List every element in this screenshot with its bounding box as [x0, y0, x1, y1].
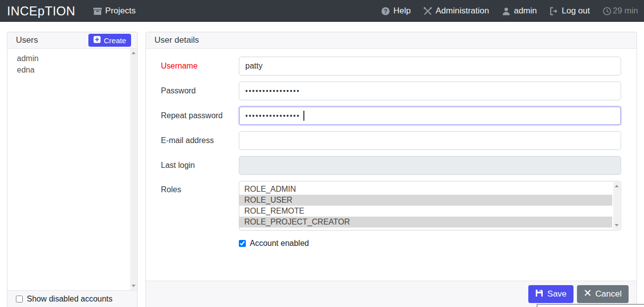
cancel-label: Cancel	[595, 289, 622, 299]
repeat-password-row: Repeat password	[161, 106, 621, 125]
email-label: E-mail address	[161, 136, 239, 145]
show-disabled-checkbox[interactable]	[16, 296, 23, 303]
username-row: Username	[161, 57, 621, 76]
navbar-right: ? Help Administration admin	[381, 6, 638, 16]
nav-administration-label: Administration	[435, 6, 489, 16]
nav-logout-label: Log out	[562, 6, 590, 16]
person-icon	[502, 7, 510, 15]
nav-projects-label: Projects	[105, 6, 136, 16]
create-user-button[interactable]: Create	[88, 34, 131, 47]
email-field[interactable]	[239, 131, 621, 150]
users-panel-title: Users	[16, 35, 38, 45]
username-label: Username	[161, 62, 239, 71]
user-details-header: User details	[146, 32, 637, 49]
users-list-scrollbar[interactable]	[130, 49, 137, 290]
scroll-up-icon[interactable]	[615, 185, 619, 187]
app-brand[interactable]: INCEpTION	[7, 4, 75, 18]
role-option[interactable]: ROLE_ADMIN	[239, 184, 612, 195]
logout-icon	[550, 7, 558, 15]
archive-icon	[93, 7, 102, 15]
details-footer: Save Cancel	[146, 281, 637, 307]
save-button[interactable]: Save	[528, 285, 573, 303]
users-list: admin edna	[7, 49, 137, 290]
roles-scrollbar[interactable]	[613, 182, 620, 230]
account-enabled-checkbox[interactable]	[239, 240, 246, 247]
users-panel-header: Users Create	[7, 32, 137, 49]
roles-row: Roles ROLE_ADMIN ROLE_USER ROLE_REMOTE R…	[161, 181, 621, 230]
create-user-label: Create	[104, 36, 126, 45]
role-option[interactable]: ROLE_REMOTE	[239, 206, 612, 217]
user-details-form: Username Password Repeat password	[146, 49, 637, 281]
tools-icon	[424, 7, 432, 15]
nav-projects[interactable]: Projects	[93, 6, 136, 16]
roles-listbox[interactable]: ROLE_ADMIN ROLE_USER ROLE_REMOTE ROLE_PR…	[239, 181, 621, 230]
repeat-password-label: Repeat password	[161, 111, 239, 120]
password-label: Password	[161, 86, 239, 95]
password-input[interactable]	[239, 81, 621, 100]
password-row: Password	[161, 81, 621, 100]
scroll-up-icon[interactable]	[132, 52, 136, 54]
roles-label: Roles	[161, 181, 239, 194]
session-timer-label: 29 min	[613, 6, 638, 16]
account-enabled-row: Account enabled	[161, 239, 621, 248]
user-details-title: User details	[154, 35, 199, 45]
show-disabled-label[interactable]: Show disabled accounts	[27, 295, 113, 304]
plus-square-icon	[93, 36, 101, 45]
role-option[interactable]: ROLE_PROJECT_CREATOR	[239, 217, 612, 228]
close-icon	[584, 289, 591, 299]
list-item-user[interactable]: admin	[7, 49, 137, 64]
user-details-panel: User details Username Password Repeat pa…	[145, 32, 637, 307]
nav-logout[interactable]: Log out	[550, 6, 590, 16]
svg-text:?: ?	[384, 7, 387, 14]
scroll-down-icon[interactable]	[132, 285, 136, 287]
role-option[interactable]: ROLE_USER	[239, 195, 612, 206]
nav-help[interactable]: ? Help	[381, 6, 411, 16]
help-icon: ?	[381, 7, 390, 15]
top-navbar: INCEpTION Projects ? Help Administration	[0, 0, 644, 22]
users-panel-footer: Show disabled accounts	[7, 290, 137, 307]
save-label: Save	[547, 289, 567, 299]
text-cursor	[303, 111, 304, 121]
username-input[interactable]	[239, 57, 621, 76]
last-login-label: Last login	[161, 161, 239, 170]
clock-icon	[603, 7, 611, 15]
nav-user[interactable]: admin	[502, 6, 537, 16]
last-login-field	[239, 156, 621, 175]
repeat-password-input[interactable]	[239, 106, 621, 125]
cancel-button[interactable]: Cancel	[577, 285, 629, 303]
list-item-user[interactable]: edna	[7, 64, 137, 76]
session-timer: 29 min	[603, 6, 638, 16]
inception-user-management-screen: INCEpTION Projects ? Help Administration	[0, 0, 644, 307]
save-icon	[535, 289, 543, 300]
account-enabled-label[interactable]: Account enabled	[250, 239, 309, 248]
scroll-down-icon[interactable]	[615, 224, 619, 227]
email-row: E-mail address	[161, 131, 621, 150]
cutoff-popup-edge	[537, 304, 644, 307]
last-login-row: Last login	[161, 156, 621, 175]
users-panel: Users Create admin edna Show disabled ac…	[7, 32, 138, 307]
nav-help-label: Help	[393, 6, 411, 16]
nav-user-label: admin	[514, 6, 537, 16]
nav-administration[interactable]: Administration	[424, 6, 489, 16]
